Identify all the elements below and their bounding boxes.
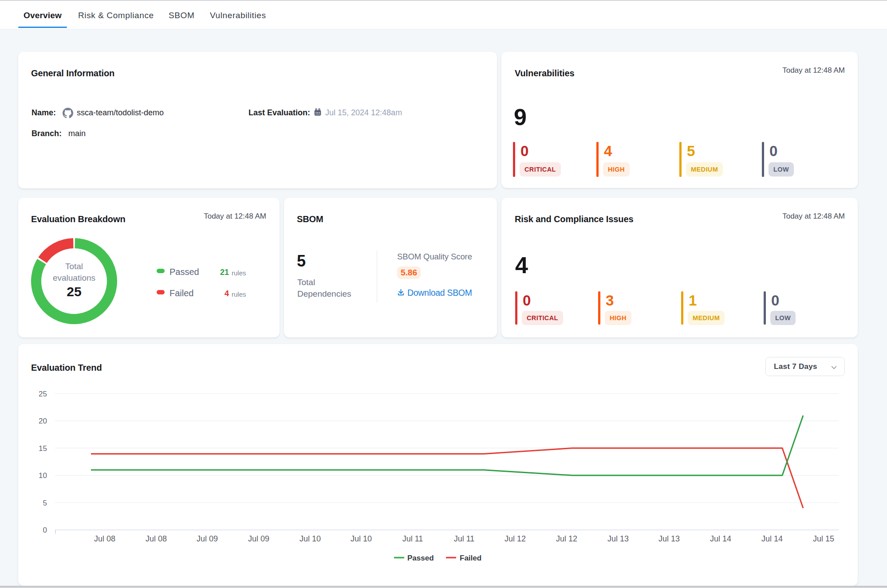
svg-text:Failed: Failed [460, 554, 481, 562]
svg-text:15: 15 [39, 444, 47, 453]
svg-text:Jul 08: Jul 08 [146, 534, 167, 543]
svg-text:Jul 14: Jul 14 [761, 534, 783, 543]
svg-text:Jul 12: Jul 12 [505, 534, 526, 543]
svg-text:Jul 10: Jul 10 [351, 534, 372, 543]
svg-text:0: 0 [43, 526, 47, 534]
svg-text:20: 20 [39, 417, 47, 425]
svg-text:Jul 08: Jul 08 [94, 534, 115, 543]
svg-text:Jul 11: Jul 11 [402, 534, 423, 543]
svg-text:5: 5 [43, 499, 47, 507]
svg-text:Jul 12: Jul 12 [556, 534, 577, 543]
svg-text:Jul 09: Jul 09 [248, 534, 269, 543]
svg-text:Jul 15: Jul 15 [813, 534, 834, 543]
svg-text:Jul 09: Jul 09 [197, 534, 218, 543]
svg-text:Passed: Passed [407, 554, 434, 562]
svg-text:Jul 13: Jul 13 [607, 534, 629, 543]
svg-text:Jul 10: Jul 10 [300, 534, 321, 543]
svg-text:Jul 14: Jul 14 [710, 534, 731, 543]
svg-text:Jul 13: Jul 13 [658, 534, 680, 543]
svg-text:25: 25 [39, 390, 47, 398]
svg-text:10: 10 [39, 471, 47, 480]
svg-text:Jul 11: Jul 11 [454, 534, 475, 543]
